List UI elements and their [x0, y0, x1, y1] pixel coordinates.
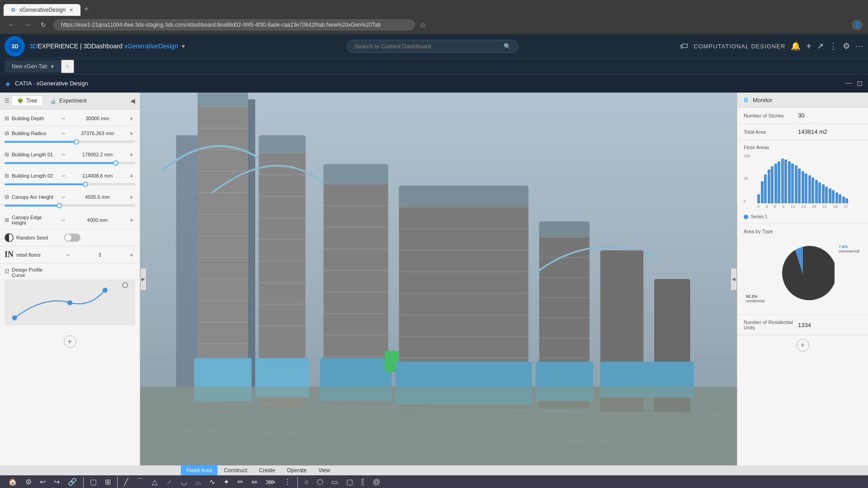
- slider-track-4[interactable]: [5, 205, 135, 206]
- slider-track-3[interactable]: [5, 183, 135, 185]
- slider-track-2[interactable]: [5, 162, 135, 164]
- slider-radius[interactable]: [0, 141, 140, 146]
- tool-spiral[interactable]: @: [369, 476, 384, 488]
- tool-round-rect[interactable]: ▢: [343, 476, 357, 488]
- pie-chart: [771, 242, 835, 305]
- param-minus-7[interactable]: −: [64, 251, 71, 258]
- tool-arc[interactable]: ◡: [177, 476, 191, 488]
- bell-icon[interactable]: 🔔: [791, 41, 801, 51]
- tool-sketch[interactable]: ✏: [234, 476, 247, 488]
- tab-close-btn[interactable]: ✕: [69, 7, 73, 13]
- param-minus-3[interactable]: −: [60, 172, 67, 179]
- add-tab-btn[interactable]: +: [61, 60, 74, 73]
- tag-icon[interactable]: 🏷: [680, 42, 688, 51]
- tool-cursor[interactable]: ▢: [86, 476, 100, 488]
- tools-icon[interactable]: ⚙: [843, 41, 850, 51]
- tool-pattern[interactable]: ⋮: [280, 476, 295, 488]
- param-plus-7[interactable]: +: [128, 251, 135, 258]
- minimize-icon[interactable]: —: [845, 79, 852, 88]
- tab-experiment[interactable]: 🔬 Experiment: [45, 96, 92, 106]
- design-curve-canvas[interactable]: [5, 280, 135, 325]
- brand-logo[interactable]: 3D: [5, 36, 25, 56]
- menu-item-view[interactable]: View: [313, 465, 335, 475]
- browser-tab[interactable]: ⚙ xGenerativeDesign ✕: [4, 4, 80, 16]
- tool-home[interactable]: 🏠: [5, 476, 21, 488]
- more-icon[interactable]: ⋯: [855, 41, 863, 51]
- profile-icon[interactable]: 👤: [852, 19, 863, 30]
- slider-thumb-3[interactable]: [83, 182, 88, 187]
- svg-point-2: [12, 315, 17, 320]
- share-icon[interactable]: ↗: [817, 41, 824, 51]
- bookmark-icon[interactable]: ☆: [420, 21, 426, 29]
- tool-settings[interactable]: ⚙: [22, 476, 35, 488]
- menu-item-fixed-area[interactable]: Fixed Area: [181, 465, 217, 475]
- add-icon[interactable]: +: [806, 41, 811, 52]
- tool-extrude[interactable]: ⟦: [358, 476, 368, 488]
- refresh-btn[interactable]: ↻: [38, 19, 49, 30]
- tab-tree[interactable]: 🌳 Tree: [11, 95, 43, 106]
- slider-canopy-arc[interactable]: [0, 205, 140, 210]
- tool-offset[interactable]: ⋙: [262, 476, 279, 488]
- new-tab-btn[interactable]: +: [80, 3, 93, 16]
- brand-product: xGenerativeDesign: [124, 42, 178, 50]
- monitor-add-btn[interactable]: +: [797, 339, 809, 352]
- back-btn[interactable]: ←: [5, 19, 17, 30]
- tool-mirror[interactable]: ⇔: [248, 476, 261, 488]
- monitor-header: 🖥 Monitor: [737, 93, 868, 108]
- new-xgen-tab[interactable]: New xGen Tab ▾: [5, 61, 61, 72]
- tool-connect[interactable]: ⟋: [162, 476, 176, 488]
- param-row-radius: ⊞ Building Radius − 37376.263 mm +: [0, 126, 140, 141]
- param-plus-1[interactable]: +: [128, 130, 135, 137]
- param-row-canopy-arc: ⊞ Canopy Arc Height − 4505.5 mm +: [0, 190, 140, 205]
- param-minus-2[interactable]: −: [60, 151, 67, 158]
- tool-bezier[interactable]: ✦: [220, 476, 233, 488]
- url-bar[interactable]: [53, 19, 415, 30]
- tool-polygon[interactable]: △: [148, 476, 161, 488]
- tree-label: Tree: [26, 98, 37, 104]
- tool-undo[interactable]: ↩: [36, 476, 49, 488]
- slider-track-1[interactable]: [5, 141, 135, 143]
- tool-line[interactable]: ╱: [120, 476, 132, 488]
- tool-curve1[interactable]: ⌓: [192, 476, 205, 488]
- panel-add-btn[interactable]: +: [64, 335, 76, 348]
- tool-rectangle[interactable]: ▭: [328, 476, 342, 488]
- panel-collapse-btn[interactable]: ◀: [130, 97, 135, 104]
- tool-arc-line[interactable]: ⌒: [133, 475, 147, 488]
- search-box[interactable]: Search In Current Dashboard 🔍: [347, 40, 519, 53]
- forward-btn[interactable]: →: [22, 19, 33, 30]
- param-plus-2[interactable]: +: [128, 151, 135, 158]
- viewport[interactable]: Z Y X ◀ ▶: [140, 93, 737, 465]
- dropdown-icon[interactable]: ▾: [182, 42, 185, 50]
- param-minus-5[interactable]: −: [60, 216, 67, 224]
- right-panel-collapse-btn[interactable]: ◀: [731, 268, 737, 291]
- slider-thumb-1[interactable]: [74, 139, 79, 145]
- param-minus-0[interactable]: −: [60, 115, 67, 122]
- bar-8: [784, 160, 787, 203]
- menu-item-operate[interactable]: Operate: [282, 465, 312, 475]
- maximize-icon[interactable]: ⊡: [857, 79, 863, 88]
- tool-circle[interactable]: ○: [301, 476, 312, 488]
- menu-item-construct[interactable]: Construct: [218, 465, 252, 475]
- param-plus-4[interactable]: +: [128, 193, 135, 201]
- slider-length02[interactable]: [0, 183, 140, 189]
- random-seed-toggle[interactable]: [64, 234, 80, 242]
- network-icon[interactable]: ⋮: [829, 41, 837, 51]
- slider-thumb-4[interactable]: [57, 203, 62, 208]
- menu-item-create[interactable]: Create: [254, 465, 281, 475]
- param-plus-3[interactable]: +: [128, 172, 135, 179]
- tool-redo[interactable]: ↪: [50, 476, 63, 488]
- slider-thumb-2[interactable]: [113, 160, 118, 166]
- param-minus-4[interactable]: −: [60, 193, 67, 201]
- bar-13: [802, 171, 804, 204]
- left-panel-collapse-btn[interactable]: ▶: [140, 268, 146, 291]
- tool-spline[interactable]: ∿: [206, 476, 219, 488]
- param-plus-0[interactable]: +: [128, 115, 135, 122]
- tool-grid[interactable]: ⊞: [101, 476, 114, 488]
- param-minus-1[interactable]: −: [60, 130, 67, 137]
- x-3: 3: [765, 204, 768, 209]
- tool-link[interactable]: 🔗: [64, 476, 80, 488]
- tool-hexagon[interactable]: ⬡: [313, 476, 327, 488]
- search-area: Search In Current Dashboard 🔍: [189, 40, 675, 53]
- slider-length01[interactable]: [0, 162, 140, 168]
- param-plus-5[interactable]: +: [128, 216, 135, 224]
